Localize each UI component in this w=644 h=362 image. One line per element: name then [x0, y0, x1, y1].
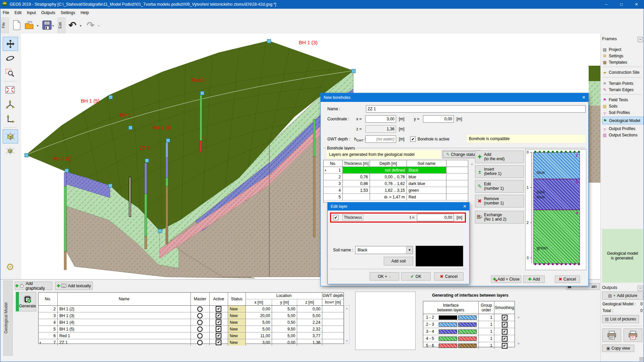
- frame-item-terrain-edges[interactable]: ✎Terrain Edges: [602, 86, 643, 93]
- active-checkbox[interactable]: [216, 326, 221, 332]
- zoom-extents-tool[interactable]: [3, 83, 17, 97]
- borehole-row[interactable]: 2 BH 1 (2) New 0,00 5,00 0,00: [39, 306, 343, 312]
- frame-item-output-sections[interactable]: ▥Output Sections: [602, 132, 643, 138]
- open-dropdown-caret[interactable]: ▾: [37, 24, 39, 27]
- maximize-button[interactable]: □: [614, 0, 629, 9]
- menu-file[interactable]: File: [0, 9, 12, 17]
- geological-model-frame-tab[interactable]: Geological Model: [3, 281, 13, 356]
- save-file-button[interactable]: [41, 19, 53, 31]
- terrain-point-marker[interactable]: [352, 69, 356, 73]
- add-button[interactable]: ✚ Add: [523, 276, 545, 283]
- ok-next-button[interactable]: OK + ↓: [370, 272, 399, 281]
- frame-item-construction-site[interactable]: ▰Construction Site: [602, 69, 643, 75]
- terrain-point-marker[interactable]: [166, 138, 170, 142]
- edit-cancel-button[interactable]: ✖ Cancel: [434, 272, 464, 281]
- frame-item-geological-model[interactable]: ⚑Geological Model: [602, 117, 644, 124]
- active-checkbox[interactable]: [216, 319, 221, 325]
- save-dropdown-caret[interactable]: ▾: [52, 24, 54, 27]
- axonometry-tool[interactable]: [3, 98, 17, 111]
- generate-button[interactable]: Generate: [19, 292, 36, 311]
- terrain-point-marker[interactable]: [108, 184, 112, 188]
- interface-row[interactable]: 2 - 3 1: [423, 321, 515, 328]
- new-file-button[interactable]: [11, 19, 23, 31]
- minimize-button[interactable]: –: [599, 0, 614, 9]
- perspective-view-tool[interactable]: [3, 129, 18, 143]
- frame-item-project[interactable]: ▤Project: [602, 46, 643, 53]
- layer-row[interactable]: 2 0,76 0,00 .. 0,76 blue: [324, 174, 468, 180]
- exchange-layers-button[interactable]: Exchange(No 1 and 2): [475, 211, 524, 224]
- terrain-point-marker[interactable]: [24, 153, 29, 157]
- smoothing-checkbox[interactable]: [502, 343, 507, 349]
- edit-dialog-close-icon[interactable]: ✕: [463, 204, 467, 209]
- frame-item-settings[interactable]: ⚙Settings: [602, 53, 643, 59]
- close-button[interactable]: ✕: [629, 0, 644, 9]
- rotate-tool[interactable]: [3, 52, 17, 65]
- ok-button[interactable]: ✔ OK: [401, 272, 431, 281]
- interfaces-scroll-up[interactable]: ▲: [516, 315, 521, 319]
- coordinate-y-input[interactable]: [423, 115, 454, 123]
- layers-scroll-up[interactable]: ▲: [469, 162, 475, 166]
- dropdown-caret-icon[interactable]: ▼: [406, 246, 413, 254]
- move-tool[interactable]: [3, 37, 18, 51]
- interface-row[interactable]: 3 - 4 1: [423, 328, 515, 335]
- print-button[interactable]: [602, 328, 621, 342]
- frame-item-templates[interactable]: ▦Templates: [602, 59, 643, 65]
- thickness-input[interactable]: [417, 214, 454, 221]
- menu-outputs[interactable]: Outputs: [39, 9, 58, 17]
- add-picture-button[interactable]: ▤ + Add picture: [602, 292, 643, 300]
- frame-item-soils[interactable]: ▨Soils: [602, 103, 643, 109]
- undo-icon[interactable]: ↶: [66, 19, 78, 31]
- terrain-point-marker[interactable]: [200, 91, 204, 95]
- smoothing-checkbox[interactable]: [502, 336, 507, 342]
- axonometric-view-tool[interactable]: [3, 144, 17, 158]
- smoothing-checkbox[interactable]: [502, 322, 507, 327]
- edit-layer-button[interactable]: ✎ Edit(number 1): [475, 180, 524, 193]
- active-checkbox[interactable]: [216, 340, 221, 345]
- borehole-row-current[interactable]: ›7 ZZ 1 New 3,00 0,00 1,36: [39, 339, 343, 346]
- dialog-titlebar[interactable]: New boreholes ✕: [321, 93, 588, 102]
- add-soil-button[interactable]: Add soil: [384, 257, 413, 265]
- undo-dropdown-caret[interactable]: ▾: [80, 24, 82, 27]
- smoothing-checkbox[interactable]: [502, 329, 507, 335]
- menu-settings[interactable]: Settings: [58, 9, 78, 17]
- borehole-active-checkbox[interactable]: [410, 136, 416, 142]
- borehole-row[interactable]: 3 BH 1 (3) New 20,00 5,00 5,00: [39, 312, 343, 319]
- borehole-row[interactable]: 5 BH 1 (5) New 5,00 9,50 2,32: [39, 326, 343, 333]
- borehole-row[interactable]: 6 Red 1 New 11,00 5,00 3,77: [39, 333, 343, 339]
- terrain-point-marker[interactable]: [65, 169, 69, 173]
- soil-name-dropdown[interactable]: Black ▼: [355, 246, 413, 254]
- print-selection-button[interactable]: [624, 328, 642, 342]
- name-input[interactable]: [366, 105, 586, 113]
- coordinate-x-input[interactable]: [365, 115, 396, 123]
- interface-row[interactable]: 4 - 5 1: [423, 335, 515, 342]
- add-textually-button[interactable]: ✚ Add textually: [55, 282, 93, 290]
- front-view-tool[interactable]: [3, 113, 17, 126]
- layer-row-selected[interactable]: ›1 not defined Black: [324, 167, 468, 174]
- borehole-row[interactable]: 4 BH 1 (4) New 5,00 0,50 2,24: [39, 319, 343, 326]
- file-toolbar-tab[interactable]: File: [1, 17, 9, 33]
- master-radio[interactable]: [197, 340, 203, 345]
- interface-row[interactable]: 5 - 6 1: [423, 342, 515, 349]
- redo-dropdown-caret[interactable]: ▾: [98, 24, 100, 27]
- insert-before-button[interactable]: ± Insert(before 1): [475, 165, 524, 178]
- add-graphically-button[interactable]: ✚ Add graphically: [15, 282, 52, 290]
- frame-item-soil-profiles[interactable]: ┬Soil Profiles: [602, 109, 643, 116]
- menu-input[interactable]: Input: [24, 9, 39, 17]
- edit-dialog-titlebar[interactable]: Edit layer ✕: [328, 202, 469, 210]
- master-radio[interactable]: [197, 333, 203, 339]
- edit-toolbar-tab[interactable]: Edit: [58, 17, 65, 33]
- resize-grip[interactable]: [639, 357, 643, 361]
- layer-row[interactable]: 5 dL= 1,47 m Red: [324, 194, 468, 200]
- add-to-end-button[interactable]: ✚ Add(to the end): [475, 150, 524, 163]
- gwt-input[interactable]: [365, 135, 396, 143]
- active-checkbox[interactable]: [216, 313, 221, 318]
- terrain-point-marker[interactable]: [158, 229, 162, 233]
- frames-minimize-button[interactable]: –: [638, 37, 643, 42]
- copy-view-button[interactable]: ▣ Copy view: [602, 345, 634, 352]
- cancel-button[interactable]: ✖ Cancel: [555, 276, 580, 283]
- zoom-window-tool[interactable]: [3, 66, 17, 80]
- master-radio[interactable]: [197, 313, 203, 318]
- remove-layer-button[interactable]: ✖ Remove(number 1): [475, 195, 524, 207]
- terrain-point-marker[interactable]: [145, 159, 149, 163]
- redo-icon[interactable]: ↷: [85, 19, 97, 31]
